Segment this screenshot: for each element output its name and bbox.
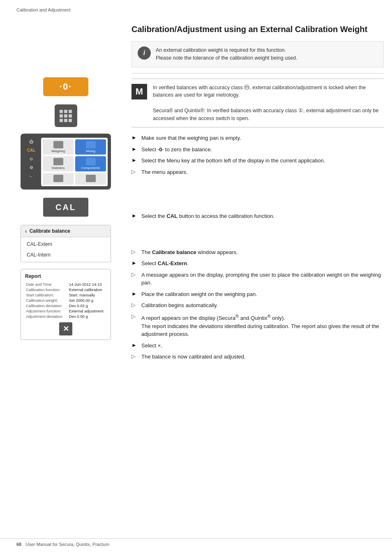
cal-window-items: CAL-Extern CAL-Intern xyxy=(21,237,111,262)
app-components[interactable]: Components xyxy=(75,156,106,171)
step-13: ▷ The balance is now calibrated and adju… xyxy=(131,353,384,361)
table-row: Calibration function: External calibrati… xyxy=(25,287,106,292)
step-4: ▷ The menu appears. xyxy=(131,168,384,176)
power-icon[interactable]: ⏻ xyxy=(29,139,33,144)
zero-button[interactable]: ·0· xyxy=(43,77,88,96)
step-10: ▷ Calibration begins automatically. xyxy=(131,301,384,310)
step-11-text: A report appears on the display (Secura®… xyxy=(141,313,384,338)
report-box: Report Date and Time: 14-Jun-2012 14:13 … xyxy=(21,269,111,340)
cal-intern-item[interactable]: CAL-Intern xyxy=(21,250,111,260)
step-1-text: Make sure that the weighing pan is empty… xyxy=(141,134,241,142)
info-text: An external calibration weight is requir… xyxy=(156,46,297,62)
step-3-text: Select the Menu key at the bottom left o… xyxy=(141,157,325,165)
arrow-outline-13: ▷ xyxy=(131,353,138,359)
step-1: ► Make sure that the weighing pan is emp… xyxy=(131,134,384,142)
step-11: ▷ A report appears on the display (Secur… xyxy=(131,313,384,338)
step-6-text: The Calibrate balance window appears. xyxy=(141,248,238,257)
table-row: Adjustment function: External adjustment xyxy=(25,308,106,314)
step-9-text: Place the calibration weight on the weig… xyxy=(141,290,257,298)
menu-key-dots xyxy=(60,110,72,122)
step-8: ▷ A message appears on the display, prom… xyxy=(131,271,384,287)
back-button[interactable]: ‹ xyxy=(25,228,27,234)
step-13-text: The balance is now calibrated and adjust… xyxy=(141,353,246,361)
page-title: Calibration/Adjustment using an External… xyxy=(131,24,384,35)
app-slot6 xyxy=(75,173,106,185)
info-icon: i xyxy=(138,46,151,60)
cal-icon[interactable]: CAL xyxy=(27,148,36,153)
spacer-1 xyxy=(131,179,384,212)
arrow-outline-10: ▷ xyxy=(131,302,138,308)
app-mixing[interactable]: Mixing xyxy=(75,139,106,155)
step-5: ► Select the CAL button to access the ca… xyxy=(131,212,384,220)
arrow-filled-3: ► xyxy=(131,157,138,163)
step-10-text: Calibration begins automatically. xyxy=(141,301,218,310)
close-button[interactable]: ✕ xyxy=(59,322,72,335)
page-footer: 68 User Manual for Secura, Quintix, Prac… xyxy=(0,538,392,547)
device-sidebar: ⏻ CAL ⊙ ⚙ ← Weighing Mixing xyxy=(24,138,108,186)
arrow-filled-12: ► xyxy=(131,342,138,348)
divider-1 xyxy=(131,73,384,74)
spacer-2 xyxy=(131,224,384,248)
step-2: ► Select ·0· to zero the balance. xyxy=(131,146,384,154)
step-2-text: Select ·0· to zero the balance. xyxy=(141,146,212,154)
step-7: ► Select CAL-Extern. xyxy=(131,259,384,268)
arrow-filled-7: ► xyxy=(131,260,138,266)
arrow-filled-5: ► xyxy=(131,213,138,219)
app-weighing[interactable]: Weighing xyxy=(43,139,74,155)
m-icon: M xyxy=(131,84,147,99)
close-button-area: ✕ xyxy=(25,322,106,335)
app-slot5 xyxy=(43,173,74,185)
report-title: Report xyxy=(25,273,106,279)
page-number: 68 xyxy=(16,542,21,547)
steps-container: ► Make sure that the weighing pan is emp… xyxy=(131,134,384,361)
step-12: ► Select ×. xyxy=(131,342,384,350)
table-row: Date and Time: 14-Jun-2012 14:13 xyxy=(25,282,106,287)
device-screen: ⏻ CAL ⊙ ⚙ ← Weighing Mixing xyxy=(21,134,111,190)
right-column: Calibration/Adjustment using an External… xyxy=(127,16,384,364)
step-4-text: The menu appears. xyxy=(141,168,188,176)
step-3: ► Select the Menu key at the bottom left… xyxy=(131,157,384,165)
cal-extern-item[interactable]: CAL-Extern xyxy=(21,239,111,250)
step-5-text: Select the CAL button to access the cali… xyxy=(141,212,274,220)
arrow-filled-9: ► xyxy=(131,291,138,297)
left-column: ·0· ⏻ CAL ⊙ ⚙ ← xyxy=(8,16,127,364)
table-row: Calibration deviation: Dev 0.02 g xyxy=(25,303,106,308)
settings-icon[interactable]: ⊙ xyxy=(30,157,33,161)
table-row: Calibration weight: Set 2000.00 g xyxy=(25,298,106,303)
report-table: Date and Time: 14-Jun-2012 14:13 Calibra… xyxy=(25,282,106,319)
footer-text: User Manual for Secura, Quintix, Practum xyxy=(25,542,109,547)
info-box: i An external calibration weight is requ… xyxy=(131,41,384,67)
m-box: M In verified balances with accuracy cla… xyxy=(131,79,384,128)
step-6: ▷ The Calibrate balance window appears. xyxy=(131,248,384,257)
menu-key[interactable] xyxy=(55,104,77,127)
arrow-outline-8: ▷ xyxy=(131,271,138,278)
breadcrumb: Calibration and Adjustment xyxy=(0,0,392,16)
cal-window-header: ‹ Calibrate balance xyxy=(21,225,111,237)
step-7-text: Select CAL-Extern. xyxy=(141,259,189,268)
step-8-text: A message appears on the display, prompt… xyxy=(141,271,384,287)
arrow-outline-6: ▷ xyxy=(131,249,138,255)
table-row: Adjustment deviation: Dev 0.00 g xyxy=(25,314,106,319)
table-row: Start calibration: Start: manually xyxy=(25,292,106,298)
back-icon[interactable]: ← xyxy=(29,174,33,178)
arrow-filled-1: ► xyxy=(131,134,138,141)
device-apps: Weighing Mixing Statistics Components xyxy=(41,138,108,186)
device-left-bar: ⏻ CAL ⊙ ⚙ ← xyxy=(24,138,39,186)
step-12-text: Select ×. xyxy=(141,342,162,350)
arrow-outline-11: ▷ xyxy=(131,313,138,319)
cal-window-title: Calibrate balance xyxy=(30,228,70,234)
user-icon[interactable]: ⚙ xyxy=(30,165,33,170)
step-9: ► Place the calibration weight on the we… xyxy=(131,290,384,298)
cal-button[interactable]: CAL xyxy=(43,198,88,217)
calibrate-balance-window: ‹ Calibrate balance CAL-Extern CAL-Inter… xyxy=(21,225,111,262)
app-statistics[interactable]: Statistics xyxy=(43,156,74,171)
arrow-filled-2: ► xyxy=(131,146,138,152)
m-text: In verified balances with accuracy class… xyxy=(153,84,384,123)
arrow-outline-4: ▷ xyxy=(131,169,138,175)
